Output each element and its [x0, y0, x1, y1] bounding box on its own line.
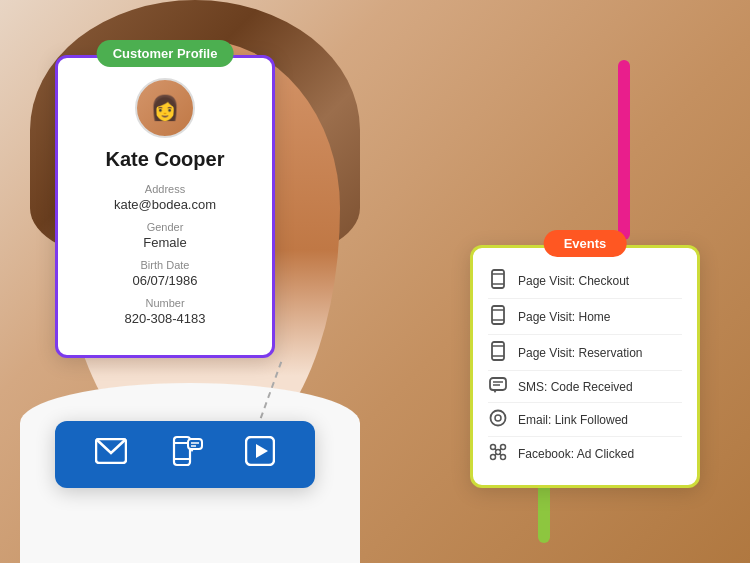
number-value: 820-308-4183: [125, 311, 206, 326]
event-icon-5: [488, 443, 508, 464]
avatar: 👩: [135, 78, 195, 138]
list-item: Facebook: Ad Clicked: [488, 437, 682, 470]
svg-line-31: [500, 449, 502, 451]
action-bar: [55, 421, 315, 488]
mobile-action-button[interactable]: [168, 435, 204, 474]
svg-point-24: [495, 415, 501, 421]
event-icon-2: [488, 341, 508, 364]
events-card: Events Page Visit: Checkout Page Visit: …: [470, 245, 700, 488]
svg-marker-9: [256, 444, 268, 458]
birth-value: 06/07/1986: [132, 273, 197, 288]
birth-label: Birth Date: [73, 259, 257, 271]
svg-marker-22: [493, 390, 497, 393]
profile-badge: Customer Profile: [97, 40, 234, 67]
gender-value: Female: [143, 235, 186, 250]
svg-rect-16: [492, 342, 504, 360]
list-item: Page Visit: Checkout: [488, 263, 682, 299]
accent-bar-pink: [618, 60, 630, 240]
email-action-button[interactable]: [95, 438, 127, 471]
svg-line-32: [495, 454, 497, 456]
event-icon-3: [488, 377, 508, 396]
play-action-button[interactable]: [245, 436, 275, 473]
profile-card: Customer Profile 👩 Kate Cooper Address k…: [55, 55, 275, 358]
gender-field: Gender Female: [73, 221, 257, 251]
list-item: Page Visit: Reservation: [488, 335, 682, 371]
customer-name: Kate Cooper: [73, 148, 257, 171]
event-icon-4: [488, 409, 508, 430]
address-value: kate@bodea.com: [114, 197, 216, 212]
list-item: Email: Link Followed: [488, 403, 682, 437]
events-list: Page Visit: Checkout Page Visit: Home Pa…: [488, 263, 682, 470]
svg-rect-13: [492, 306, 504, 324]
address-field: Address kate@bodea.com: [73, 183, 257, 213]
svg-rect-10: [492, 270, 504, 288]
event-label: Page Visit: Reservation: [518, 346, 643, 360]
list-item: Page Visit: Home: [488, 299, 682, 335]
svg-line-33: [500, 454, 502, 456]
svg-line-30: [495, 449, 497, 451]
event-icon-0: [488, 269, 508, 292]
list-item: SMS: Code Received: [488, 371, 682, 403]
event-label: SMS: Code Received: [518, 380, 633, 394]
address-label: Address: [73, 183, 257, 195]
svg-rect-19: [490, 378, 506, 390]
number-field: Number 820-308-4183: [73, 297, 257, 327]
events-badge: Events: [544, 230, 627, 257]
gender-label: Gender: [73, 221, 257, 233]
event-label: Email: Link Followed: [518, 413, 628, 427]
birth-field: Birth Date 06/07/1986: [73, 259, 257, 289]
svg-rect-4: [188, 439, 202, 449]
number-label: Number: [73, 297, 257, 309]
svg-point-23: [491, 411, 506, 426]
event-icon-1: [488, 305, 508, 328]
event-label: Facebook: Ad Clicked: [518, 447, 634, 461]
event-label: Page Visit: Home: [518, 310, 611, 324]
event-label: Page Visit: Checkout: [518, 274, 629, 288]
